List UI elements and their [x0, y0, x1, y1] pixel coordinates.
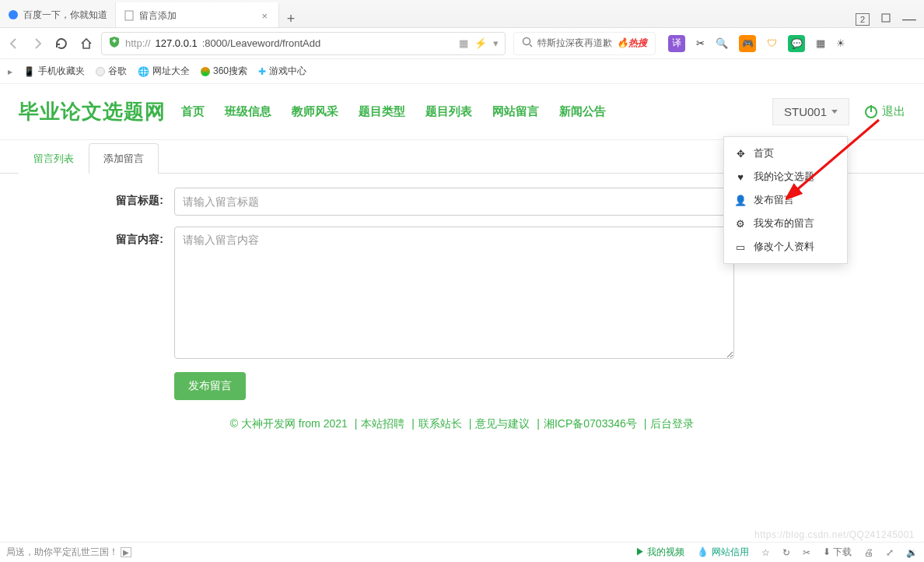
hot-search-text: 特斯拉深夜再道歉 [537, 37, 612, 50]
url-scheme: http:// [125, 37, 151, 49]
url-dropdown-icon[interactable]: ▾ [493, 37, 499, 49]
nav-teacher[interactable]: 教师风采 [292, 104, 338, 119]
url-path: :8000/Leaveword/frontAdd [202, 37, 321, 49]
status-fav-icon[interactable]: ☆ [761, 547, 770, 558]
main-nav: 首页 班级信息 教师风采 题目类型 题目列表 网站留言 新闻公告 [181, 104, 606, 119]
ext-game-icon[interactable]: 🎮 [739, 35, 756, 52]
footer-link[interactable]: 联系站长 [418, 417, 462, 430]
hot-badge: 🔥热搜 [617, 37, 647, 50]
footer-link[interactable]: 意见与建议 [475, 417, 530, 430]
nav-guestbook[interactable]: 网站留言 [492, 104, 539, 119]
status-zoom-icon[interactable]: ⤢ [886, 547, 894, 558]
browser-tab[interactable]: 百度一下，你就知道 [0, 2, 116, 27]
hot-search-box[interactable]: 特斯拉深夜再道歉 🔥热搜 [513, 32, 656, 55]
footer-link[interactable]: 后台登录 [650, 417, 694, 430]
title-input[interactable] [174, 188, 734, 216]
bookmark-360[interactable]: 360搜索 [201, 65, 247, 78]
svg-point-0 [9, 10, 18, 19]
svg-rect-2 [882, 14, 890, 22]
footer-link[interactable]: 本站招聘 [361, 417, 404, 430]
search-icon [522, 37, 533, 50]
status-video[interactable]: ▶ 我的视频 [635, 546, 684, 559]
browser-tab-bar: 百度一下，你就知道 留言添加 × + 2 — [0, 0, 924, 28]
ext-shield-icon[interactable]: 🛡 [767, 37, 777, 49]
dropdown-my-messages[interactable]: ⚙我发布的留言 [724, 212, 847, 235]
window-restore-icon[interactable] [880, 12, 891, 26]
title-label: 留言标题: [19, 188, 174, 216]
logout-button[interactable]: 退出 [865, 104, 905, 119]
status-history-icon[interactable]: ↻ [782, 547, 790, 558]
nav-topic-type[interactable]: 题目类型 [359, 104, 405, 119]
status-sound-icon[interactable]: 🔉 [906, 547, 918, 558]
card-icon: ▭ [735, 241, 746, 253]
svg-rect-1 [125, 11, 133, 20]
status-cut-icon[interactable]: ✂ [803, 547, 810, 558]
site-header: 毕业论文选题网 首页 班级信息 教师风采 题目类型 题目列表 网站留言 新闻公告… [0, 84, 924, 140]
content-label: 留言内容: [19, 227, 174, 361]
move-icon: ✥ [735, 148, 746, 160]
heart-icon: ♥ [735, 171, 746, 183]
qr-icon[interactable]: ▦ [459, 37, 468, 49]
submit-button[interactable]: 发布留言 [174, 372, 246, 400]
favicon-page [124, 10, 135, 21]
nav-topic-list[interactable]: 题目列表 [425, 104, 472, 119]
power-icon [865, 106, 877, 118]
dropdown-profile[interactable]: ▭修改个人资料 [724, 235, 847, 258]
window-minimize-icon[interactable]: — [902, 11, 916, 27]
bookmark-sites[interactable]: 🌐网址大全 [138, 65, 190, 78]
bookmark-google[interactable]: 谷歌 [96, 65, 127, 78]
browser-tab-active[interactable]: 留言添加 × [116, 2, 279, 27]
ext-search-icon[interactable]: 🔍 [716, 37, 728, 49]
bookmarks-bar: ▸ 📱手机收藏夹 谷歌 🌐网址大全 360搜索 ✚游戏中心 [0, 59, 924, 84]
status-credit[interactable]: 💧 网站信用 [697, 546, 748, 559]
user-dropdown: ✥首页 ♥我的论文选题 👤发布留言 ⚙我发布的留言 ▭修改个人资料 [723, 136, 848, 264]
window-controls: 2 — [848, 11, 924, 27]
caret-down-icon [831, 110, 838, 114]
tab-message-list[interactable]: 留言列表 [19, 143, 89, 174]
back-button[interactable] [8, 37, 20, 50]
browser-status-bar: 局送，助你平定乱世三国！ ▶ ▶ 我的视频 💧 网站信用 ☆ ↻ ✂ ⬇ 下载 … [0, 542, 924, 562]
favicon-baidu [8, 9, 19, 20]
tab-add-message[interactable]: 添加留言 [89, 143, 159, 174]
status-download[interactable]: ⬇ 下载 [823, 546, 852, 559]
svg-point-3 [523, 38, 530, 45]
bookmark-mobile[interactable]: 📱手机收藏夹 [23, 65, 85, 78]
reload-button[interactable] [54, 37, 68, 51]
footer-link[interactable]: 湘ICP备0703346号 [544, 417, 637, 430]
home-button[interactable] [79, 37, 93, 51]
ext-scissors-icon[interactable]: ✂ [696, 37, 705, 49]
bookmark-games[interactable]: ✚游戏中心 [258, 65, 306, 78]
close-tab-icon[interactable]: × [258, 10, 271, 22]
shield-icon [108, 36, 121, 51]
svg-line-4 [530, 44, 532, 47]
new-tab-button[interactable]: + [279, 11, 303, 27]
forward-button[interactable] [31, 37, 44, 50]
ext-chat-icon[interactable]: 💬 [788, 35, 805, 52]
url-field[interactable]: http://127.0.0.1:8000/Leaveword/frontAdd… [101, 32, 506, 55]
footer-copyright: © 大神开发网 from 2021 [230, 417, 348, 430]
extensions-tray: 译 ✂ 🔍 🎮 🛡 💬 ▦ ☀ [668, 35, 845, 52]
user-menu-button[interactable]: STU001 [772, 98, 849, 125]
tab-count-badge[interactable]: 2 [856, 13, 870, 26]
dropdown-post-message[interactable]: 👤发布留言 [724, 188, 847, 212]
site-logo[interactable]: 毕业论文选题网 [19, 98, 166, 125]
nav-news[interactable]: 新闻公告 [559, 104, 606, 119]
dropdown-my-thesis[interactable]: ♥我的论文选题 [724, 165, 847, 188]
bookmarks-toggle-icon[interactable]: ▸ [8, 66, 12, 77]
address-bar: http://127.0.0.1:8000/Leaveword/frontAdd… [0, 28, 924, 59]
tab-title: 留言添加 [139, 9, 254, 23]
dropdown-home[interactable]: ✥首页 [724, 142, 847, 165]
gear-icon: ⚙ [735, 218, 746, 230]
bolt-icon[interactable]: ⚡ [474, 37, 487, 49]
status-print-icon[interactable]: 🖨 [864, 547, 873, 558]
ext-apps-icon[interactable]: ▦ [816, 37, 825, 49]
ext-translate[interactable]: 译 [668, 35, 685, 52]
status-promo[interactable]: 局送，助你平定乱世三国！ ▶ [6, 546, 131, 559]
site-footer: © 大神开发网 from 2021 |本站招聘 |联系站长 |意见与建议 |湘I… [0, 417, 924, 431]
ext-theme-icon[interactable]: ☀ [836, 37, 845, 49]
nav-class[interactable]: 班级信息 [225, 104, 271, 119]
url-host: 127.0.0.1 [156, 37, 198, 49]
tab-title: 百度一下，你就知道 [23, 9, 107, 22]
nav-home[interactable]: 首页 [181, 104, 205, 119]
content-textarea[interactable] [174, 227, 734, 359]
